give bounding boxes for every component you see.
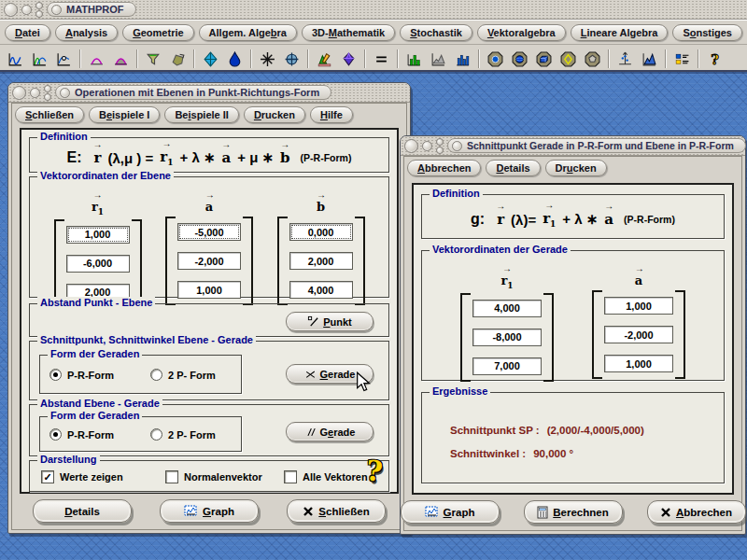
vector-input[interactable] (177, 252, 241, 270)
window2-titlebar[interactable]: Schnittpunkt Gerade in P-R-Form und Eben… (401, 136, 745, 156)
radio-2p-form[interactable] (150, 369, 162, 381)
checkbox-alle-vektoren[interactable] (284, 470, 297, 483)
menu-item-analysis[interactable]: Analysis (55, 24, 118, 41)
question-mark-art: ? (365, 456, 385, 486)
menu-item-stochastik[interactable]: Stochastik (400, 24, 472, 41)
help-icon[interactable]: ? (703, 49, 726, 70)
area-curve-icon[interactable] (109, 49, 133, 70)
equation-icon[interactable] (370, 49, 393, 70)
schliessen-bottom-button[interactable]: Schließen (287, 499, 386, 523)
drucken-button2[interactable]: Drucken (545, 160, 607, 176)
menu-item-sonstiges[interactable]: Sonstiges (672, 24, 742, 41)
gemstone-icon[interactable] (337, 49, 360, 70)
poly-cuboid-icon[interactable] (532, 49, 556, 70)
arc-curve-icon[interactable] (85, 49, 108, 70)
radio-pr-form-2[interactable] (49, 428, 62, 441)
poly-ball-icon[interactable] (484, 49, 507, 70)
abbrechen-button[interactable]: Abbrechen (407, 160, 481, 176)
window1-titlebar[interactable]: Operationen mit Ebenen in Punkt-Richtung… (8, 83, 410, 103)
graph-button2[interactable]: Graph (401, 500, 500, 524)
bar-chart-blue-icon[interactable] (451, 49, 474, 70)
schliessen-button[interactable]: Schließen (15, 106, 84, 123)
toolbar-separator (397, 49, 399, 68)
window-control-icon[interactable] (404, 139, 418, 153)
formula-vector-r: r (496, 211, 505, 228)
star-burst-icon[interactable] (256, 49, 279, 70)
coordinate-points-icon[interactable] (613, 49, 637, 70)
formula-vector-a: a (220, 149, 232, 166)
gerade-abstand-button[interactable]: Gerade (286, 422, 374, 441)
window-control-icon[interactable] (44, 93, 51, 101)
window-control-icon[interactable] (436, 147, 444, 154)
toolbar-separator (250, 49, 252, 68)
window-control-icon[interactable] (4, 3, 18, 17)
vector-input[interactable] (177, 281, 241, 299)
window-control-icon[interactable] (12, 86, 26, 100)
vector-input[interactable] (177, 223, 241, 241)
vector-input[interactable] (604, 297, 673, 315)
beispiele1-button[interactable]: Beispiele I (89, 106, 160, 123)
window-control-icon[interactable] (30, 88, 40, 98)
vector-input[interactable] (472, 329, 542, 346)
surface-plot-icon[interactable] (638, 49, 661, 70)
punkt-button[interactable]: Punkt (286, 312, 374, 331)
window-control-icon[interactable] (35, 2, 43, 9)
rotation-solid-icon[interactable] (166, 49, 190, 70)
berechnen-button[interactable]: Berechnen (524, 500, 623, 524)
parallel-lines-icon (304, 427, 317, 438)
vector-input[interactable] (472, 357, 542, 375)
poly-dodecahedron-icon[interactable] (581, 49, 604, 70)
window-control-icon[interactable] (35, 10, 43, 18)
checkbox-werte-zeigen[interactable] (41, 470, 54, 483)
checkbox-normalenvektor[interactable] (165, 470, 178, 483)
menu-item-geometrie[interactable]: Geometrie (122, 24, 193, 41)
curves-plot-icon[interactable] (28, 49, 51, 70)
diamond-3d-icon[interactable] (199, 49, 222, 70)
points-plot-icon[interactable] (52, 49, 76, 70)
vector-input[interactable] (604, 355, 673, 372)
formula-vector-r1: r1 (542, 210, 557, 229)
details-button[interactable]: Details (33, 499, 132, 523)
main-titlebar[interactable]: MATHPROF (0, 0, 747, 20)
ergebnisse-label: Ergebnisse (430, 385, 490, 397)
graph-button[interactable]: Graph (160, 499, 259, 523)
fx-plot-icon[interactable] (4, 49, 27, 70)
vector-input[interactable] (289, 223, 353, 241)
details-top-button[interactable]: Details (486, 160, 540, 176)
abbrechen-bottom-button[interactable]: Abbrechen (647, 500, 746, 524)
bar-chart-green-icon[interactable] (402, 49, 426, 70)
vector-input[interactable] (604, 326, 673, 343)
window-control-icon[interactable] (21, 5, 32, 15)
vector-input[interactable] (289, 252, 353, 270)
radio-pr-form[interactable] (49, 369, 62, 381)
funnel-3d-icon[interactable] (142, 49, 165, 70)
vector-input[interactable] (472, 300, 542, 317)
hilfe-button[interactable]: Hilfe (310, 106, 353, 123)
menu-item-datei[interactable]: Datei (5, 24, 50, 41)
line-chart-icon[interactable] (427, 49, 450, 70)
list-settings-icon[interactable] (670, 49, 694, 70)
vector-input[interactable] (289, 281, 353, 299)
window-control-icon[interactable] (422, 141, 432, 151)
vector-input[interactable] (66, 255, 130, 273)
drucken-button[interactable]: Drucken (244, 106, 305, 123)
menu-item-vektoralgebra[interactable]: Vektoralgebra (477, 24, 566, 41)
desktop: MATHPROF Datei Analysis Geometrie Allgem… (0, 0, 747, 560)
drop-3d-icon[interactable] (223, 49, 247, 70)
beispiele2-button[interactable]: Beispiele II (164, 106, 238, 123)
target-point-icon[interactable] (280, 49, 303, 70)
vector-coordinates-group-2: Vektorordinaten der Gerade →r1 →a (421, 250, 725, 381)
svg-text:?: ? (711, 51, 719, 67)
radio-2p-form-2[interactable] (150, 428, 162, 441)
window-control-icon[interactable] (44, 85, 51, 92)
vector-input[interactable] (66, 226, 130, 244)
poly-octahedron-icon[interactable] (557, 49, 580, 70)
toolbar-separator (665, 49, 667, 68)
menu-item-lineare-algebra[interactable]: Lineare Algebra (571, 24, 669, 41)
poly-sphere-icon[interactable] (508, 49, 531, 70)
window-control-icon[interactable] (436, 138, 444, 146)
window2-button-row: Abbrechen Details Drucken (404, 157, 741, 179)
menu-item-3d-mathematik[interactable]: 3D-Mathematik (302, 24, 395, 41)
geometry-tools-icon[interactable] (313, 49, 336, 70)
menu-item-allgem-algebra[interactable]: Allgem. Algebra (199, 24, 297, 41)
